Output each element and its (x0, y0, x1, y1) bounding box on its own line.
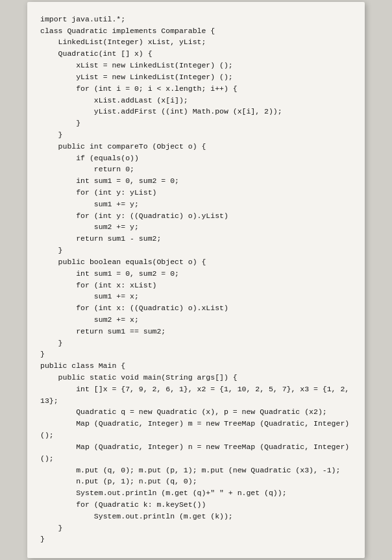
code-line: yList = new LinkedList(Integer) (); (40, 73, 233, 81)
code-line: public static void main(String args[]) { (40, 373, 238, 382)
code-line: int sum1 = 0, sum2 = 0; (40, 269, 179, 278)
code-line: for (int i = 0; i < x.length; i++) { (40, 84, 238, 93)
code-line: sum2 += x; (40, 315, 139, 324)
code-line: System.out.println (m.get (q)+" " + n.ge… (40, 489, 287, 497)
code-line: } (40, 246, 63, 254)
code-line: xList.addLast (x[i]); (40, 96, 188, 104)
code-line: } (40, 350, 45, 358)
code-line: yList.addFirst ((int) Math.pow (x[i], 2)… (40, 107, 282, 116)
code-line: for (int x: ((Quadratic) o).xList) (40, 304, 228, 312)
code-line: System.out.println (m.get (k)); (40, 512, 233, 520)
code-line: class Quadratic implements Comparable { (40, 27, 215, 35)
code-line: } (40, 339, 63, 347)
code-line: return sum1 == sum2; (40, 327, 165, 335)
code-line: Map (Quadratic, Integer) m = new TreeMap… (40, 419, 354, 439)
code-line: } (40, 130, 63, 139)
code-line: public boolean equals(Object o) { (40, 258, 206, 266)
code-line: import java.util.*; (40, 15, 125, 23)
code-line: public class Main { (40, 361, 125, 370)
code-line: public int compareTo (Object o) { (40, 142, 206, 151)
code-line: for (int x: xList) (40, 281, 156, 289)
code-line: sum1 += y; (40, 200, 139, 208)
page: import java.util.*; class Quadratic impl… (0, 0, 392, 560)
code-line: return sum1 - sum2; (40, 234, 161, 243)
code-line: } (40, 119, 80, 127)
code-line: sum1 += x; (40, 292, 139, 300)
code-line: LinkedList(Integer) xList, yList; (40, 38, 206, 46)
code-line: int []x = {7, 9, 2, 6, 1}, x2 = {1, 10, … (40, 385, 354, 405)
code-line: return 0; (40, 165, 134, 173)
code-line: n.put (p, 1); n.put (q, 0); (40, 477, 197, 485)
code-line: for (int y: ((Quadratic) o).yList) (40, 212, 228, 220)
code-line: int sum1 = 0, sum2 = 0; (40, 177, 179, 185)
code-content: import java.util.*; class Quadratic impl… (40, 14, 352, 545)
code-line: m.put (q, 0); m.put (p, 1); m.put (new Q… (40, 466, 340, 474)
code-line: xList = new LinkedList(Integer) (); (40, 61, 233, 69)
code-line: } (40, 535, 45, 543)
code-paper: import java.util.*; class Quadratic impl… (27, 2, 365, 558)
code-line: for (int y: yList) (40, 188, 156, 197)
code-line: } (40, 524, 63, 532)
code-line: for (Quadratic k: m.keySet()) (40, 500, 206, 509)
code-line: Quadratic(int [] x) { (40, 49, 153, 58)
code-line: Quadratic q = new Quadratic (x), p = new… (40, 408, 327, 416)
code-line: Map (Quadratic, Integer) n = new TreeMap… (40, 443, 354, 463)
code-line: sum2 += y; (40, 223, 139, 231)
code-line: if (equals(o)) (40, 154, 139, 162)
